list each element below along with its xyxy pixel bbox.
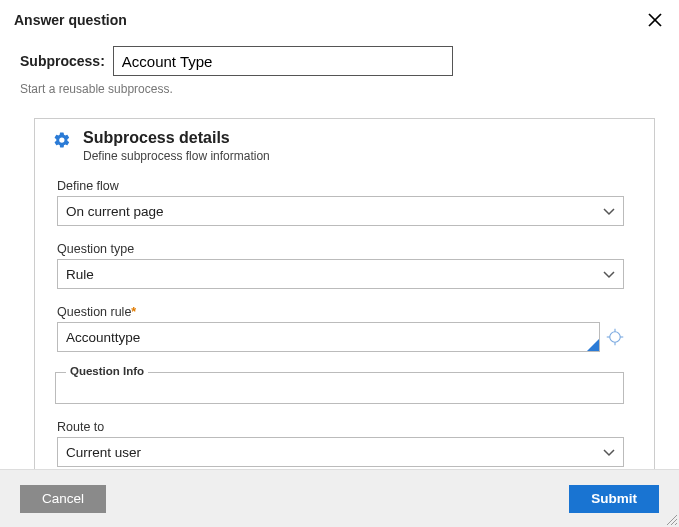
route-to-value: Current user <box>66 445 141 460</box>
dialog-title: Answer question <box>14 12 127 28</box>
question-rule-value: Accounttype <box>66 330 140 345</box>
open-rule-button[interactable] <box>606 328 624 346</box>
svg-line-8 <box>671 519 677 525</box>
panel-title: Subprocess details <box>83 129 270 147</box>
question-type-select[interactable]: Rule <box>57 259 624 289</box>
svg-line-9 <box>675 523 677 525</box>
define-flow-field: Define flow On current page <box>57 179 624 226</box>
chevron-down-icon <box>603 204 615 219</box>
autocomplete-corner-icon <box>587 339 599 351</box>
question-rule-input[interactable]: Accounttype <box>57 322 600 352</box>
chevron-down-icon <box>603 267 615 282</box>
dialog-header: Answer question <box>0 0 679 36</box>
subprocess-label: Subprocess: <box>20 53 105 69</box>
question-rule-label: Question rule* <box>57 305 624 319</box>
svg-line-7 <box>667 515 677 525</box>
subprocess-input[interactable] <box>113 46 453 76</box>
close-button[interactable] <box>645 10 665 30</box>
question-info-label: Question Info <box>66 365 148 377</box>
submit-button[interactable]: Submit <box>569 485 659 513</box>
question-rule-label-text: Question rule <box>57 305 131 319</box>
gear-icon <box>53 129 71 152</box>
dialog-footer: Cancel Submit <box>0 469 679 527</box>
route-to-label: Route to <box>57 420 624 434</box>
chevron-down-icon <box>603 445 615 460</box>
dialog-body-scroll[interactable]: Subprocess: Start a reusable subprocess.… <box>0 36 679 469</box>
question-type-label: Question type <box>57 242 624 256</box>
close-icon <box>647 12 663 28</box>
svg-point-2 <box>610 332 621 343</box>
panel-header: Subprocess details Define subprocess flo… <box>53 129 624 163</box>
question-info-input[interactable]: Question Info <box>55 372 624 404</box>
define-flow-value: On current page <box>66 204 164 219</box>
resize-grip-icon <box>665 513 677 525</box>
question-type-field: Question type Rule <box>57 242 624 289</box>
define-flow-label: Define flow <box>57 179 624 193</box>
question-rule-field: Question rule* Accounttype <box>57 305 624 352</box>
route-to-field: Route to Current user <box>57 420 624 467</box>
subprocess-field-row: Subprocess: <box>20 46 665 76</box>
required-star-icon: * <box>131 305 136 319</box>
subprocess-details-panel: Subprocess details Define subprocess flo… <box>34 118 655 469</box>
define-flow-select[interactable]: On current page <box>57 196 624 226</box>
question-type-value: Rule <box>66 267 94 282</box>
panel-description: Define subprocess flow information <box>83 149 270 163</box>
cancel-button[interactable]: Cancel <box>20 485 106 513</box>
subprocess-helper-text: Start a reusable subprocess. <box>20 82 665 96</box>
route-to-select[interactable]: Current user <box>57 437 624 467</box>
